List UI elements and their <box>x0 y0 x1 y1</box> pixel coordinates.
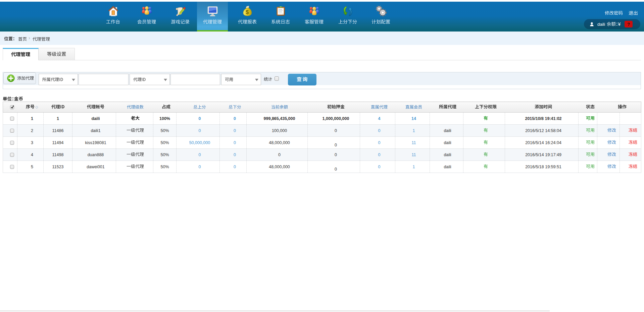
svg-text:$: $ <box>246 9 249 15</box>
